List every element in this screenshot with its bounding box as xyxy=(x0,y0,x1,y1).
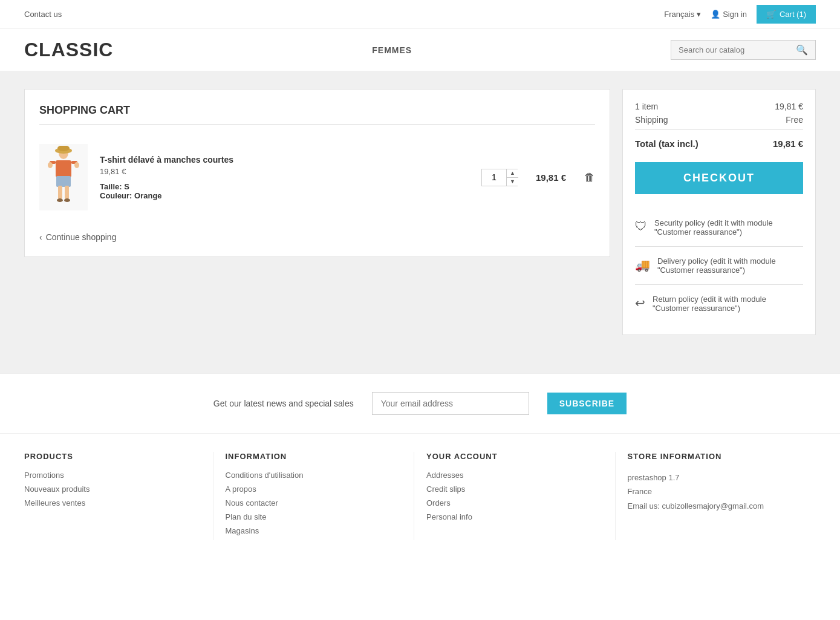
cart-title: SHOPPING CART xyxy=(39,104,595,125)
search-input[interactable] xyxy=(679,45,796,54)
footer-link-creditslips[interactable]: Credit slips xyxy=(426,485,603,494)
footer-information-title: INFORMATION xyxy=(226,452,402,461)
checkout-button[interactable]: CHECKOUT xyxy=(635,162,803,194)
shield-icon: 🛡 xyxy=(635,220,647,233)
svg-point-10 xyxy=(74,162,79,168)
main-content: SHOPPING CART xyxy=(0,71,840,373)
cart-layout: SHOPPING CART xyxy=(24,89,816,335)
summary-panel: 1 item 19,81 € Shipping Free Total (tax … xyxy=(622,89,816,335)
footer-account-title: YOUR ACCOUNT xyxy=(426,452,603,461)
quantity-input[interactable] xyxy=(482,170,506,184)
footer-link-orders[interactable]: Orders xyxy=(426,498,603,507)
product-name: T-shirt délavé à manches courtes xyxy=(100,155,469,165)
footer: PRODUCTS Promotions Nouveaux produits Me… xyxy=(0,433,840,558)
continue-shopping-label: Continue shopping xyxy=(46,232,117,242)
quantity-up-button[interactable]: ▲ xyxy=(507,169,518,178)
footer-products: PRODUCTS Promotions Nouveaux produits Me… xyxy=(24,452,213,540)
svg-point-9 xyxy=(48,162,53,168)
svg-rect-4 xyxy=(56,176,71,187)
signin-label: Sign in xyxy=(723,10,747,19)
cart-panel: SHOPPING CART xyxy=(24,89,610,257)
footer-account: YOUR ACCOUNT Addresses Credit slips Orde… xyxy=(414,452,616,540)
top-bar-right: Français ▾ 👤 Sign in 🛒 Cart (1) xyxy=(664,5,816,24)
quantity-control: ▲ ▼ xyxy=(481,169,518,186)
newsletter-section: Get our latest news and special sales SU… xyxy=(0,373,840,433)
svg-rect-3 xyxy=(56,160,71,177)
cart-icon: 🛒 xyxy=(766,10,776,19)
language-label: Français xyxy=(664,10,694,19)
footer-link-apropos[interactable]: A propos xyxy=(226,485,402,494)
nav-femmes[interactable]: FEMMES xyxy=(372,45,412,55)
shipping-label: Shipping xyxy=(635,115,668,125)
return-policy-text: Return policy (edit it with module "Cust… xyxy=(653,295,803,313)
cart-label: Cart (1) xyxy=(780,10,806,19)
shipping-value: Free xyxy=(786,115,803,125)
cart-button[interactable]: 🛒 Cart (1) xyxy=(757,5,816,24)
return-policy: ↩ Return policy (edit it with module "Cu… xyxy=(635,285,803,322)
store-country: France xyxy=(628,485,804,498)
main-nav: FEMMES xyxy=(372,45,412,55)
chevron-left-icon: ‹ xyxy=(39,232,42,242)
product-taille: S xyxy=(124,182,129,191)
footer-products-title: PRODUCTS xyxy=(24,452,201,461)
delivery-policy-text: Delivery policy (edit it with module "Cu… xyxy=(657,256,803,275)
chevron-down-icon: ▾ xyxy=(697,10,701,19)
footer-link-addresses[interactable]: Addresses xyxy=(426,471,603,480)
total-value: 19,81 € xyxy=(773,139,803,149)
store-email: Email us: cubizollesmajory@gmail.com xyxy=(628,499,804,513)
newsletter-text: Get our latest news and special sales xyxy=(213,399,354,408)
total-row: Total (tax incl.) 19,81 € xyxy=(635,129,803,149)
item-total: 19,81 € xyxy=(530,172,572,183)
security-policy-text: Security policy (edit it with module "Cu… xyxy=(654,218,803,237)
return-icon: ↩ xyxy=(635,296,645,310)
items-row: 1 item 19,81 € xyxy=(635,102,803,111)
footer-link-meilleures[interactable]: Meilleures ventes xyxy=(24,498,201,507)
svg-rect-5 xyxy=(58,186,62,199)
cart-item: T-shirt délavé à manches courtes 19,81 €… xyxy=(39,134,595,220)
footer-link-plan[interactable]: Plan du site xyxy=(226,512,402,521)
total-label: Total (tax incl.) xyxy=(635,139,698,149)
cart-item-details: T-shirt délavé à manches courtes 19,81 €… xyxy=(100,155,469,200)
header: CLASSIC FEMMES 🔍 xyxy=(0,29,840,71)
footer-information: INFORMATION Conditions d'utilisation A p… xyxy=(213,452,415,540)
newsletter-email-input[interactable] xyxy=(372,392,529,415)
continue-shopping-link[interactable]: ‹ Continue shopping xyxy=(39,232,595,242)
search-bar: 🔍 xyxy=(671,40,816,60)
footer-store: STORE INFORMATION prestashop 1.7 France … xyxy=(616,452,816,540)
footer-store-title: STORE INFORMATION xyxy=(628,452,804,461)
policy-section: 🛡 Security policy (edit it with module "… xyxy=(635,209,803,322)
signin-button[interactable]: 👤 Sign in xyxy=(711,10,747,19)
shipping-row: Shipping Free xyxy=(635,115,803,125)
trash-icon: 🗑 xyxy=(584,171,595,183)
subscribe-button[interactable]: SUBSCRIBE xyxy=(547,393,627,414)
items-label: 1 item xyxy=(635,102,658,111)
svg-point-11 xyxy=(57,198,63,202)
security-policy: 🛡 Security policy (edit it with module "… xyxy=(635,209,803,247)
items-value: 19,81 € xyxy=(775,102,803,111)
footer-link-nouveaux[interactable]: Nouveaux produits xyxy=(24,485,201,494)
footer-link-conditions[interactable]: Conditions d'utilisation xyxy=(226,471,402,480)
product-attributes: Taille: S Couleur: Orange xyxy=(100,182,469,200)
search-icon[interactable]: 🔍 xyxy=(796,44,808,56)
top-bar-left: Contact us xyxy=(24,10,62,19)
footer-link-promotions[interactable]: Promotions xyxy=(24,471,201,480)
svg-point-12 xyxy=(64,198,70,202)
store-info: prestashop 1.7 France Email us: cubizoll… xyxy=(628,471,804,513)
delete-item-button[interactable]: 🗑 xyxy=(584,171,595,184)
delivery-policy: 🚚 Delivery policy (edit it with module "… xyxy=(635,247,803,285)
logo[interactable]: CLASSIC xyxy=(24,39,113,61)
product-price: 19,81 € xyxy=(100,167,469,176)
product-image xyxy=(39,144,88,210)
store-name: prestashop 1.7 xyxy=(628,471,804,485)
language-selector[interactable]: Français ▾ xyxy=(664,10,701,19)
contact-link[interactable]: Contact us xyxy=(24,10,62,19)
footer-link-personalinfo[interactable]: Personal info xyxy=(426,512,603,521)
quantity-down-button[interactable]: ▼ xyxy=(507,178,518,186)
truck-icon: 🚚 xyxy=(635,258,650,272)
user-icon: 👤 xyxy=(711,10,720,19)
product-couleur: Orange xyxy=(134,191,162,200)
svg-rect-6 xyxy=(65,186,69,199)
top-bar: Contact us Français ▾ 👤 Sign in 🛒 Cart (… xyxy=(0,0,840,29)
footer-link-contact[interactable]: Nous contacter xyxy=(226,498,402,507)
footer-link-magasins[interactable]: Magasins xyxy=(226,526,402,535)
